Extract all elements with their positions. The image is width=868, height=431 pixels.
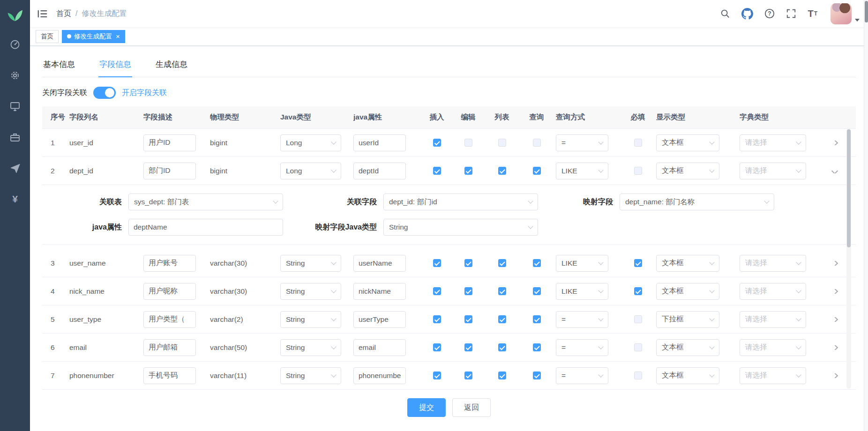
list-checkbox[interactable]: [498, 259, 506, 267]
github-icon[interactable]: [741, 8, 753, 20]
html-type-select[interactable]: 文本框: [656, 255, 719, 272]
query-type-select[interactable]: =: [556, 311, 608, 328]
tag-close-icon[interactable]: ×: [116, 33, 120, 40]
list-checkbox[interactable]: [498, 167, 506, 175]
list-checkbox[interactable]: [498, 139, 506, 147]
java-field-input[interactable]: [353, 311, 406, 328]
help-icon[interactable]: ?: [764, 8, 775, 19]
breadcrumb-home[interactable]: 首页: [56, 9, 71, 19]
edit-checkbox[interactable]: [464, 167, 472, 175]
java-type-select[interactable]: String: [280, 283, 341, 300]
html-type-select[interactable]: 文本框: [656, 339, 719, 356]
relation-switch[interactable]: [93, 87, 116, 99]
table-scrollbar[interactable]: [846, 129, 851, 389]
java-type-select[interactable]: Long: [280, 163, 341, 179]
list-checkbox[interactable]: [498, 343, 506, 351]
user-menu[interactable]: [831, 3, 860, 24]
dict-type-select[interactable]: 请选择: [740, 339, 806, 356]
tab-gen-info[interactable]: 生成信息: [155, 54, 188, 77]
edit-checkbox[interactable]: [464, 259, 472, 267]
query-checkbox[interactable]: [533, 343, 541, 351]
relation-map-select[interactable]: dept_name: 部门名称: [620, 193, 774, 210]
required-checkbox[interactable]: [634, 343, 642, 351]
expand-icon[interactable]: [831, 317, 838, 322]
expand-icon[interactable]: [831, 289, 838, 294]
edit-checkbox[interactable]: [464, 287, 472, 295]
expand-icon[interactable]: [831, 345, 838, 350]
html-type-select[interactable]: 文本框: [656, 134, 719, 151]
html-type-select[interactable]: 文本框: [656, 367, 719, 384]
tag-current[interactable]: 修改生成配置 ×: [62, 30, 125, 43]
query-type-select[interactable]: LIKE: [556, 283, 608, 300]
sidebar-item-tools[interactable]: [0, 122, 30, 153]
expand-icon[interactable]: [831, 373, 838, 378]
description-input[interactable]: [143, 134, 196, 151]
font-size-icon[interactable]: T T: [808, 8, 817, 19]
edit-checkbox[interactable]: [464, 372, 472, 379]
edit-checkbox[interactable]: [464, 139, 472, 147]
query-type-select[interactable]: =: [556, 367, 608, 384]
expand-icon[interactable]: [831, 169, 838, 173]
dict-type-select[interactable]: 请选择: [740, 163, 806, 179]
sidebar-toggle-button[interactable]: [37, 7, 49, 20]
list-checkbox[interactable]: [498, 287, 506, 295]
description-input[interactable]: [143, 283, 196, 300]
submit-button[interactable]: 提交: [407, 398, 446, 417]
back-button[interactable]: 返回: [452, 398, 491, 417]
java-field-input[interactable]: [353, 367, 406, 384]
description-input[interactable]: [143, 339, 196, 356]
required-checkbox[interactable]: [634, 287, 642, 295]
java-field-input[interactable]: [353, 163, 406, 179]
query-checkbox[interactable]: [533, 315, 541, 323]
app-logo[interactable]: [0, 0, 30, 29]
list-checkbox[interactable]: [498, 372, 506, 379]
required-checkbox[interactable]: [634, 315, 642, 323]
description-input[interactable]: [143, 163, 196, 179]
insert-checkbox[interactable]: [433, 259, 441, 267]
description-input[interactable]: [143, 367, 196, 384]
java-type-select[interactable]: String: [280, 255, 341, 272]
java-field-input[interactable]: [353, 134, 406, 151]
java-type-select[interactable]: String: [280, 311, 341, 328]
edit-checkbox[interactable]: [464, 315, 472, 323]
query-checkbox[interactable]: [533, 167, 541, 175]
sidebar-item-pay[interactable]: ¥: [0, 184, 30, 215]
java-type-select[interactable]: String: [280, 367, 341, 384]
query-type-select[interactable]: =: [556, 339, 608, 356]
sidebar-item-system[interactable]: [0, 60, 30, 91]
insert-checkbox[interactable]: [433, 139, 441, 147]
html-type-select[interactable]: 文本框: [656, 283, 719, 300]
dict-type-select[interactable]: 请选择: [740, 283, 806, 300]
query-checkbox[interactable]: [533, 287, 541, 295]
tab-basic-info[interactable]: 基本信息: [42, 54, 76, 77]
list-checkbox[interactable]: [498, 315, 506, 323]
relation-map-type-select[interactable]: String: [383, 219, 538, 236]
sidebar-item-send[interactable]: [0, 153, 30, 184]
required-checkbox[interactable]: [634, 167, 642, 175]
dict-type-select[interactable]: 请选择: [740, 311, 806, 328]
required-checkbox[interactable]: [634, 372, 642, 379]
query-type-select[interactable]: LIKE: [556, 163, 608, 179]
description-input[interactable]: [143, 255, 196, 272]
tab-field-info[interactable]: 字段信息: [98, 54, 132, 77]
relation-field-select[interactable]: dept_id: 部门id: [383, 193, 538, 210]
relation-java-field-input[interactable]: [128, 219, 283, 236]
required-checkbox[interactable]: [634, 259, 642, 267]
edit-checkbox[interactable]: [464, 343, 472, 351]
relation-on-label[interactable]: 开启字段关联: [122, 88, 167, 98]
query-checkbox[interactable]: [533, 139, 541, 147]
query-checkbox[interactable]: [533, 259, 541, 267]
query-checkbox[interactable]: [533, 372, 541, 379]
java-type-select[interactable]: String: [280, 339, 341, 356]
search-icon[interactable]: [720, 8, 730, 19]
java-field-input[interactable]: [353, 255, 406, 272]
relation-table-select[interactable]: sys_dept: 部门表: [128, 193, 283, 210]
avatar[interactable]: [831, 3, 852, 24]
query-type-select[interactable]: =: [556, 134, 608, 151]
insert-checkbox[interactable]: [433, 343, 441, 351]
insert-checkbox[interactable]: [433, 315, 441, 323]
java-type-select[interactable]: Long: [280, 134, 341, 151]
expand-icon[interactable]: [831, 141, 838, 145]
description-input[interactable]: [143, 311, 196, 328]
required-checkbox[interactable]: [634, 139, 642, 147]
